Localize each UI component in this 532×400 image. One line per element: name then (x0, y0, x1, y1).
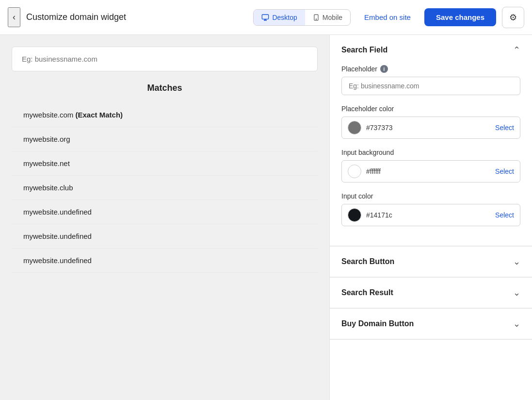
input-bg-select-button[interactable]: Select (495, 167, 514, 175)
search-input-placeholder: Eg: businessname.com (22, 55, 97, 63)
mobile-label: Mobile (322, 14, 342, 21)
placeholder-label: Placeholder i (341, 65, 520, 73)
list-item: mywebsite.com (Exact Match) (12, 103, 318, 127)
settings-gear-button[interactable]: ⚙ (502, 7, 524, 28)
view-toggle: Desktop Mobile (253, 9, 351, 26)
input-bg-label: Input background (341, 149, 520, 156)
placeholder-info-icon[interactable]: i (380, 65, 388, 73)
search-result-section: Search Result ⌄ (330, 278, 532, 309)
search-button-title: Search Button (341, 257, 394, 266)
back-button[interactable]: ‹ (8, 7, 20, 27)
placeholder-color-value: #737373 (366, 124, 495, 132)
list-item: mywebsite.net (12, 151, 318, 176)
input-color-label: Input color (341, 192, 520, 200)
search-button-section: Search Button ⌄ (330, 247, 532, 278)
buy-domain-section: Buy Domain Button ⌄ (330, 309, 532, 340)
placeholder-color-group: Placeholder color #737373 Select (341, 105, 520, 139)
placeholder-color-label: Placeholder color (341, 105, 520, 113)
input-color-group: Input color #14171c Select (341, 192, 520, 226)
search-field-content: Placeholder i Placeholder color #737373 … (330, 65, 532, 246)
buy-domain-chevron-down-icon: ⌄ (513, 318, 520, 329)
list-item: mywebsite.org (12, 127, 318, 151)
matches-title: Matches (12, 83, 318, 93)
placeholder-color-select-button[interactable]: Select (495, 124, 514, 132)
desktop-icon (261, 14, 269, 21)
input-color-color-row: #14171c Select (341, 204, 520, 226)
header: ‹ Customize domain widget Desktop Mobile… (0, 0, 532, 35)
input-bg-color-swatch (348, 165, 361, 178)
search-result-title: Search Result (341, 288, 393, 297)
placeholder-color-row: #737373 Select (341, 117, 520, 139)
search-field-header[interactable]: Search Field ⌃ (330, 35, 532, 65)
search-field-chevron-up-icon: ⌃ (513, 45, 520, 55)
input-color-swatch (348, 208, 361, 222)
search-result-header[interactable]: Search Result ⌄ (330, 278, 532, 308)
search-field-title: Search Field (341, 46, 387, 54)
input-bg-group: Input background #ffffff Select (341, 149, 520, 183)
embed-on-site-button[interactable]: Embed on site (356, 9, 419, 25)
buy-domain-title: Buy Domain Button (341, 319, 414, 328)
search-preview-input: Eg: businessname.com (12, 47, 318, 71)
list-item: mywebsite.club (12, 176, 318, 200)
search-button-chevron-down-icon: ⌄ (513, 256, 520, 267)
svg-rect-0 (262, 15, 269, 19)
list-item: mywebsite.undefined (12, 249, 318, 273)
right-panel: Search Field ⌃ Placeholder i Placeholder… (329, 35, 532, 400)
page-title: Customize domain widget (26, 12, 247, 22)
list-item: mywebsite.undefined (12, 224, 318, 249)
desktop-view-button[interactable]: Desktop (254, 10, 305, 25)
buy-domain-header[interactable]: Buy Domain Button ⌄ (330, 309, 532, 339)
save-changes-button[interactable]: Save changes (424, 8, 496, 26)
mobile-view-button[interactable]: Mobile (305, 10, 350, 25)
input-color-value: #14171c (366, 211, 495, 219)
main-layout: Eg: businessname.com Matches mywebsite.c… (0, 35, 532, 400)
desktop-label: Desktop (272, 14, 297, 21)
svg-point-3 (316, 18, 316, 19)
input-bg-color-value: #ffffff (366, 167, 495, 175)
search-field-section: Search Field ⌃ Placeholder i Placeholder… (330, 35, 532, 247)
matches-section: Matches mywebsite.com (Exact Match)myweb… (12, 83, 318, 273)
placeholder-color-swatch (348, 121, 361, 134)
preview-area: Eg: businessname.com Matches mywebsite.c… (0, 35, 329, 400)
search-button-header[interactable]: Search Button ⌄ (330, 247, 532, 277)
input-bg-color-row: #ffffff Select (341, 160, 520, 183)
list-item: mywebsite.undefined (12, 200, 318, 224)
placeholder-input[interactable] (341, 77, 520, 95)
domain-list: mywebsite.com (Exact Match)mywebsite.org… (12, 103, 318, 273)
search-result-chevron-down-icon: ⌄ (513, 287, 520, 298)
mobile-icon (313, 14, 320, 21)
gear-icon: ⚙ (509, 13, 517, 22)
input-color-select-button[interactable]: Select (495, 211, 514, 219)
placeholder-group: Placeholder i (341, 65, 520, 95)
